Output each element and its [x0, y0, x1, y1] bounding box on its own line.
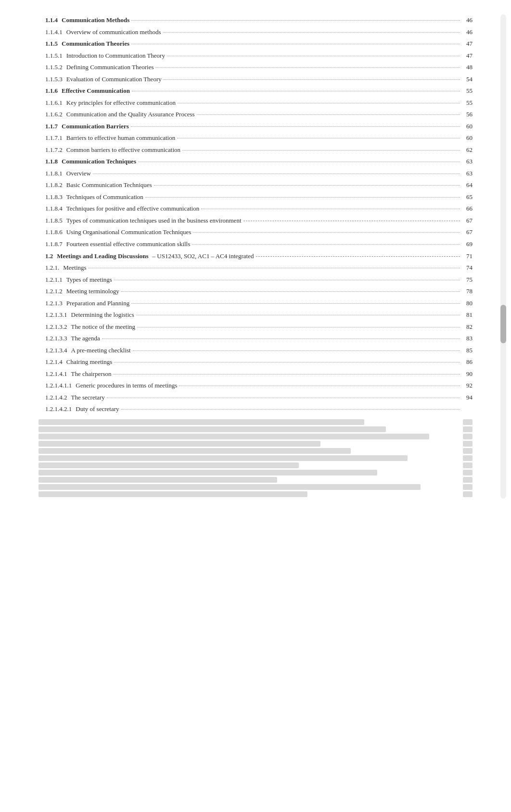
toc-row: 1.2.1.1Types of meetings75: [38, 274, 473, 286]
toc-title: Introduction to Communication Theory: [66, 51, 165, 61]
toc-dots: [131, 126, 460, 127]
blurred-row: [38, 484, 473, 490]
toc-page: 92: [462, 381, 473, 390]
toc-title: Determining the logistics: [71, 310, 134, 320]
toc-row: 1.2.1.4.2The secretary94: [38, 392, 473, 404]
toc-number: 1.1.8.4: [45, 204, 63, 213]
toc-row: 1.1.5.1Introduction to Communication The…: [38, 50, 473, 62]
blurred-page: [463, 419, 473, 425]
toc-dots: [131, 44, 460, 44]
toc-page: 62: [462, 145, 473, 155]
toc-entry: 1.2.1.2Meeting terminology78: [38, 286, 473, 298]
toc-entry: 1.2.1.3.3The agenda83: [38, 333, 473, 345]
toc-title: Chairing meetings: [66, 357, 113, 367]
toc-entry: 1.1.7.1Barriers to effective human commu…: [38, 132, 473, 144]
blurred-page: [463, 470, 473, 475]
toc-number: 1.1.5.1: [45, 51, 63, 61]
toc-dots: [197, 114, 460, 115]
toc-number: 1.2.1.3.1: [45, 310, 67, 320]
blurred-page: [463, 491, 473, 497]
toc-entry: 1.2Meetings and Leading Discussions– US1…: [38, 250, 473, 262]
toc-number: 1.1.6.1: [45, 98, 63, 108]
toc-page: 82: [462, 322, 473, 332]
toc-dots: [131, 20, 460, 21]
toc-entry: 1.1.8Communication Techniques63: [38, 156, 473, 168]
toc-number: 1.2.1.3.4: [45, 346, 67, 355]
blurred-page: [463, 477, 473, 483]
toc-page: 67: [462, 227, 473, 237]
toc-page: 60: [462, 122, 473, 131]
toc-entry: 1.1.5.1Introduction to Communication The…: [38, 50, 473, 62]
toc-dots: [107, 398, 460, 398]
toc-title: Effective Communication: [62, 86, 130, 96]
toc-dots: [243, 221, 460, 221]
toc-row: 1.1.6.1Key principles for effective comm…: [38, 97, 473, 109]
toc-row: 1.1.7.2Common barriers to effective comm…: [38, 144, 473, 156]
toc-row: 1.2.1.3.4A pre-meeting checklist85: [38, 344, 473, 356]
toc-entry: 1.1.8.7Fourteen essential effective comm…: [38, 238, 473, 250]
blurred-page: [463, 455, 473, 461]
blurred-row: [38, 448, 473, 454]
toc-page: 80: [462, 299, 473, 308]
toc-entry: 1.1.5Communication Theories47: [38, 38, 473, 50]
toc-title: Generic procedures in terms of meetings: [76, 381, 177, 390]
toc-number: 1.1.7: [45, 122, 58, 131]
toc-title: Communication Methods: [62, 15, 129, 25]
blurred-row: [38, 441, 473, 447]
toc-number: 1.1.7.1: [45, 133, 63, 143]
toc-number: 1.1.5.3: [45, 75, 63, 84]
blurred-text: [38, 477, 277, 483]
toc-row: 1.1.8.4Techniques for positive and effec…: [38, 203, 473, 215]
scrollbar-area[interactable]: [500, 14, 506, 499]
toc-page: 47: [462, 39, 473, 49]
toc-page: 94: [462, 393, 473, 402]
toc-row: 1.1.4.1Overview of communication methods…: [38, 26, 473, 38]
toc-row: 1.2.1.2Meeting terminology78: [38, 286, 473, 298]
toc-dots: [193, 232, 460, 233]
toc-page: 81: [462, 310, 473, 320]
toc-entry: 1.1.6Effective Communication55: [38, 85, 473, 97]
toc-title: The agenda: [71, 334, 100, 343]
toc-page: 67: [462, 216, 473, 225]
toc-entry: 1.2.1.4.2The secretary94: [38, 392, 473, 404]
blurred-row: [38, 419, 473, 425]
toc-number: 1.2: [45, 251, 53, 261]
toc-page: 55: [462, 98, 473, 108]
toc-dots: [136, 315, 460, 315]
toc-row: 1.1.8.1Overview63: [38, 168, 473, 180]
toc-page: 48: [462, 62, 473, 72]
scrollbar-thumb[interactable]: [500, 305, 506, 343]
toc-entry: 1.1.8.1Overview63: [38, 168, 473, 180]
toc-row: 1.2.1.4.1.1Generic procedures in terms o…: [38, 380, 473, 392]
toc-page: 69: [462, 239, 473, 249]
blurred-row: [38, 434, 473, 439]
toc-number: 1.2.1.3.3: [45, 334, 67, 343]
toc-row: 1.1.8.3Techniques of Communication65: [38, 191, 473, 203]
toc-number: 1.1.8: [45, 157, 58, 166]
toc-dots: [93, 174, 460, 174]
toc-row: 1.2.1.4Chairing meetings86: [38, 356, 473, 368]
toc-entry: 1.1.8.6Using Organisational Communicatio…: [38, 226, 473, 238]
toc-dots: [121, 291, 460, 292]
toc-row: 1.1.4Communication Methods46: [38, 14, 473, 26]
toc-dots: [155, 67, 460, 68]
toc-number: 1.1.8.3: [45, 192, 63, 202]
toc-page: 60: [462, 133, 473, 143]
toc-title: Meetings and Leading Discussions: [57, 251, 148, 261]
toc-dots: [163, 32, 460, 33]
toc-row: 1.1.5Communication Theories47: [38, 38, 473, 50]
toc-page: 55: [462, 86, 473, 96]
toc-dots: [131, 303, 460, 304]
toc-page: 75: [462, 275, 473, 285]
toc-number: 1.1.6.2: [45, 110, 63, 119]
toc-page: 47: [462, 51, 473, 61]
toc-entry: 1.2.1.1Types of meetings75: [38, 274, 473, 286]
toc-dots: [154, 185, 460, 186]
toc-row: 1.1.7Communication Barriers60: [38, 121, 473, 133]
toc-dots: [182, 150, 460, 150]
toc-title: Meetings: [63, 263, 86, 273]
toc-entry: 1.1.7Communication Barriers60: [38, 121, 473, 133]
toc-page: 64: [462, 180, 473, 190]
toc-table: 1.1.4Communication Methods461.1.4.1Overv…: [38, 14, 473, 415]
blurred-text: [38, 470, 377, 475]
